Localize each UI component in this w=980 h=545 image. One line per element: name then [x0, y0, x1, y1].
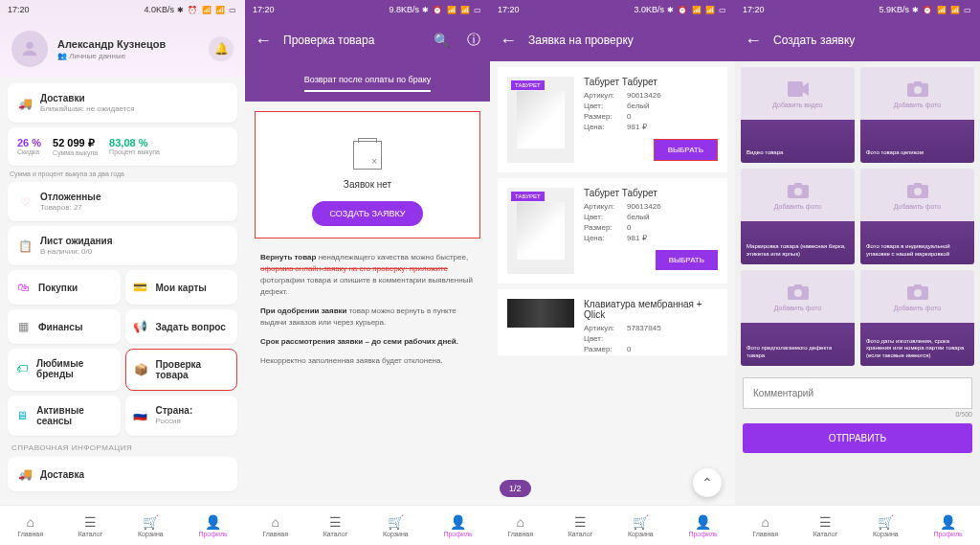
nav-cart[interactable]: 🛒Корзина	[138, 514, 164, 537]
scroll-top-button[interactable]: ⌃	[693, 468, 722, 497]
cart-icon: 🛒	[138, 514, 164, 530]
personal-data-link[interactable]: 👥 Личные данные	[57, 52, 199, 60]
upload-tile[interactable]: Добавить фотоФото товара целиком	[860, 67, 974, 163]
info-icon[interactable]: ⓘ	[467, 32, 480, 49]
status-bar: 17:20 4.0KB/s✱ ⏰ 📶 📶 ▭	[0, 0, 245, 19]
nav-catalog[interactable]: ☰Каталог	[568, 514, 592, 537]
select-button[interactable]: ВЫБРАТЬ	[656, 250, 718, 270]
bottom-nav: ⌂Главная ☰Каталог 🛒Корзина 👤Профиль	[0, 505, 245, 545]
upload-tile[interactable]: Добавить фотоМаркировка товара (навесная…	[741, 169, 855, 264]
svg-rect-3	[914, 81, 922, 85]
megaphone-icon: 📢	[133, 319, 148, 334]
bottom-nav: ⌂Главная ☰Каталог 🛒Корзина 👤Профиль	[490, 505, 735, 545]
delivery-card[interactable]: 🚚 ДоставкиБлижайшая: не ожидается	[8, 83, 237, 123]
nav-home[interactable]: ⌂Главная	[17, 514, 43, 537]
ref-delivery-item[interactable]: 🚚Доставка	[8, 457, 237, 491]
brands-item[interactable]: 🏷Любимые бренды	[8, 349, 121, 391]
char-count: 0/500	[743, 411, 972, 418]
camera-icon	[787, 182, 810, 199]
check-product-item[interactable]: 📦Проверка товара	[125, 349, 238, 391]
info-text-1: Вернуть товар ненадлежащего качества мож…	[245, 248, 490, 302]
box-icon: 📦	[134, 362, 148, 377]
monitor-icon: 🖥	[15, 408, 29, 423]
product-card: ТАБУРЕТ Табурет Табурет Артикул:90613426…	[498, 178, 727, 284]
camera-icon	[787, 284, 810, 301]
svg-point-4	[914, 86, 922, 94]
truck-icon: 🚚	[17, 96, 33, 111]
nav-profile[interactable]: 👤Профиль	[198, 514, 227, 537]
nav-catalog[interactable]: ☰Каталог	[323, 514, 347, 537]
avatar	[11, 31, 48, 67]
product-card: ТАБУРЕТ Табурет Табурет Артикул:90613426…	[498, 67, 727, 172]
nav-cart[interactable]: 🛒Корзина	[873, 514, 899, 537]
nav-profile[interactable]: 👤Профиль	[688, 514, 717, 537]
nav-profile[interactable]: 👤Профиль	[443, 514, 472, 537]
svg-rect-15	[914, 284, 922, 288]
back-arrow-icon[interactable]: ←	[255, 31, 272, 51]
header: ← Заявка на проверку	[490, 19, 735, 61]
ask-item[interactable]: 📢Задать вопрос	[125, 309, 238, 344]
upload-tile[interactable]: Добавить фотоФото предполагаемого дефект…	[741, 270, 855, 366]
card-icon: 💳	[133, 280, 148, 295]
info-text-2: При одобрении заявки товар можно вернуть…	[245, 302, 490, 332]
product-image[interactable]: ТАБУРЕТ	[507, 188, 574, 274]
svg-rect-9	[914, 183, 922, 187]
empty-state: Заявок нет СОЗДАТЬ ЗАЯВКУ	[255, 111, 480, 238]
video-icon	[787, 80, 810, 98]
nav-home[interactable]: ⌂Главная	[262, 514, 288, 537]
camera-icon	[906, 182, 929, 199]
nav-profile[interactable]: 👤Профиль	[933, 514, 962, 537]
cards-item[interactable]: 💳Мои карты	[125, 270, 238, 305]
product-image[interactable]	[507, 299, 574, 328]
country-item[interactable]: 🇷🇺Страна:Россия	[125, 396, 238, 436]
product-card: Клавиатура мембранная + Qlick Артикул:57…	[498, 289, 727, 355]
stats-card[interactable]: 26 %Скидка 52 099 ₽Сумма выкупа 83,08 %П…	[8, 127, 237, 166]
purchases-item[interactable]: 🛍Покупки	[8, 270, 121, 305]
create-request-button[interactable]: СОЗДАТЬ ЗАЯВКУ	[312, 201, 422, 226]
product-image[interactable]: ТАБУРЕТ	[507, 77, 574, 163]
info-text-3: Срок рассмотрения заявки – до семи рабоч…	[245, 332, 490, 352]
svg-rect-1	[788, 81, 803, 97]
nav-home[interactable]: ⌂Главная	[752, 514, 778, 537]
heart-icon: ♡	[17, 194, 33, 210]
back-arrow-icon[interactable]: ←	[745, 31, 762, 51]
svg-rect-6	[794, 183, 802, 187]
submit-button[interactable]: ОТПРАВИТЬ	[743, 423, 972, 453]
upload-tile[interactable]: Добавить фотоФото даты изготовления, сро…	[860, 270, 974, 366]
profile-header[interactable]: Александр Кузнецов 👥 Личные данные 🔔	[0, 19, 245, 79]
bottom-nav: ⌂Главная ☰Каталог 🛒Корзина 👤Профиль	[245, 505, 490, 545]
nav-catalog[interactable]: ☰Каталог	[813, 514, 837, 537]
info-text-4: Некорректно заполненная заявка будет отк…	[245, 352, 490, 371]
nav-catalog[interactable]: ☰Каталог	[78, 514, 102, 537]
sessions-item[interactable]: 🖥Активные сеансы	[8, 396, 121, 436]
notifications-icon[interactable]: 🔔	[209, 36, 234, 61]
tab-return[interactable]: Возврат после оплаты по браку	[304, 75, 432, 92]
upload-tile[interactable]: Добавить видеоВидео товара	[741, 67, 855, 163]
svg-rect-12	[794, 284, 802, 288]
wishlist-card[interactable]: 📋Лист ожиданияВ наличии: 0/0	[8, 226, 237, 265]
comment-input[interactable]	[743, 377, 972, 409]
upload-tile[interactable]: Добавить фотоФото товара в индивидуально…	[860, 169, 974, 264]
profile-name: Александр Кузнецов	[57, 38, 199, 50]
camera-icon	[906, 284, 929, 301]
catalog-icon: ☰	[78, 514, 102, 530]
search-icon[interactable]: 🔍	[434, 33, 450, 48]
finance-icon: ▦	[15, 319, 31, 334]
home-icon: ⌂	[17, 514, 43, 530]
nav-cart[interactable]: 🛒Корзина	[383, 514, 409, 537]
deferred-card[interactable]: ♡ОтложенныеТоваров: 27	[8, 182, 237, 221]
nav-cart[interactable]: 🛒Корзина	[628, 514, 654, 537]
empty-box-icon	[353, 141, 382, 170]
page-indicator: 1/2	[500, 480, 531, 497]
finance-item[interactable]: ▦Финансы	[8, 309, 121, 344]
bottom-nav: ⌂Главная ☰Каталог 🛒Корзина 👤Профиль	[735, 505, 980, 545]
camera-icon	[906, 80, 929, 98]
ref-section-label: СПРАВОЧНАЯ ИНФОРМАЦИЯ	[11, 443, 234, 452]
header: ← Проверка товара 🔍 ⓘ	[245, 19, 490, 61]
nav-home[interactable]: ⌂Главная	[507, 514, 533, 537]
back-arrow-icon[interactable]: ←	[500, 31, 517, 51]
svg-point-7	[794, 188, 802, 195]
svg-point-13	[794, 289, 802, 297]
flag-icon: 🇷🇺	[133, 408, 148, 423]
select-button[interactable]: ВЫБРАТЬ	[654, 139, 718, 161]
